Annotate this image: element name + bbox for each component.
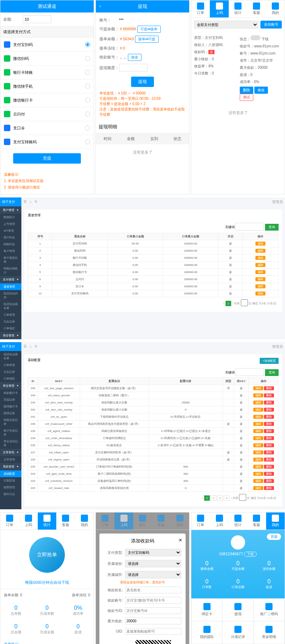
menu-item[interactable]: 通道管理	[0, 283, 21, 290]
edit-button[interactable]: 编辑	[253, 429, 263, 433]
pay-method-item[interactable]: 银行卡转账	[0, 66, 94, 79]
pay-method-item[interactable]: 支付宝转账码	[0, 135, 94, 149]
menu-item[interactable]: 行政区域	[0, 477, 21, 484]
nav-mine[interactable]: 我的	[75, 512, 94, 530]
menu-item[interactable]: 我的团队	[191, 621, 222, 644]
edit-button[interactable]: 编辑	[253, 458, 263, 462]
menu-item[interactable]: API管理	[0, 227, 21, 234]
nav-orders[interactable]: 订单	[191, 0, 210, 17]
pay-method-item[interactable]: 支付宝扫码	[0, 38, 94, 52]
edit-button[interactable]: 编辑	[255, 256, 265, 260]
delete-button[interactable]: 删除	[264, 465, 274, 469]
recharge-button[interactable]: 充值	[267, 534, 281, 540]
amount-input[interactable]	[23, 15, 51, 23]
menu-group[interactable]: 用户管理	[0, 206, 21, 214]
edit-button[interactable]: 编辑	[255, 242, 265, 246]
back-icon[interactable]: ‹	[99, 3, 101, 9]
modify-button[interactable]: 修改	[128, 54, 141, 61]
menu-item[interactable]: 推广二维码	[254, 598, 285, 621]
menu-item[interactable]: 基础配置	[0, 470, 21, 477]
menu-item[interactable]: 提现银行卡	[0, 403, 21, 410]
menu-item[interactable]: 资金流动记录	[0, 438, 21, 449]
accountid-input[interactable]	[125, 607, 181, 614]
home-icon[interactable]: ⌂	[30, 200, 32, 205]
menu-item[interactable]: 用户列表	[0, 234, 21, 241]
pay-method-item[interactable]: 云闪付	[0, 107, 94, 121]
menu-item[interactable]: 收款银行卡	[0, 390, 21, 396]
nav-stats[interactable]: 统计	[38, 512, 56, 530]
edit-button[interactable]: 编辑	[253, 386, 263, 390]
delete-button[interactable]: 删除	[264, 408, 274, 412]
nav-orders[interactable]: 订单	[191, 512, 210, 530]
search-button[interactable]: 查询	[265, 369, 279, 376]
delete-button[interactable]: 删除	[264, 393, 274, 397]
menu-item[interactable]: 提现记录	[0, 410, 21, 417]
menu-group[interactable]: 文章资讯	[0, 449, 21, 456]
keyword-input[interactable]	[235, 368, 264, 376]
menu-toggle-icon[interactable]: ☰	[24, 344, 27, 349]
edit-button[interactable]: 编辑	[253, 408, 263, 412]
province-select[interactable]: 请选择	[125, 560, 181, 567]
menu-group[interactable]: 支付管理	[0, 276, 21, 283]
menu-item[interactable]: 分成记录	[222, 621, 253, 644]
edit-button[interactable]: 编辑	[255, 263, 265, 267]
delete-button[interactable]: 删除	[264, 443, 274, 447]
close-icon[interactable]: ×	[179, 537, 182, 543]
test-button[interactable]: 测试	[240, 94, 253, 101]
menu-item[interactable]: 上号管理	[0, 221, 21, 227]
menu-item[interactable]: 电话短信识别	[0, 290, 21, 301]
nav-stats[interactable]: 统计	[229, 0, 247, 17]
paytype-select[interactable]: 支付宝转账码	[125, 549, 181, 556]
nav-codes[interactable]: 上码	[210, 512, 228, 530]
name-input[interactable]	[125, 587, 181, 593]
nav-codes[interactable]: 上码	[210, 0, 228, 17]
delete-button[interactable]: 删除	[264, 479, 274, 483]
edit-button[interactable]: 编辑	[253, 479, 263, 483]
nav-mine[interactable]: 我的	[266, 512, 285, 530]
menu-item[interactable]: 数据统计	[0, 214, 21, 221]
edit-button[interactable]: 编辑	[255, 249, 265, 253]
delete-button[interactable]: 删除	[264, 429, 274, 433]
menu-item[interactable]: 权限管理	[0, 484, 21, 491]
menu-item[interactable]: 订单地区	[0, 375, 21, 382]
edit-button[interactable]: 编辑	[255, 277, 265, 281]
edit-button[interactable]: 编辑	[253, 436, 263, 440]
menu-item[interactable]: 日志记录	[0, 369, 21, 375]
menu-item[interactable]: 码商比例统计	[0, 265, 21, 276]
edit-button[interactable]: 编辑	[253, 450, 263, 454]
nav-support[interactable]: 客服	[56, 512, 75, 530]
grab-order-button[interactable]: 立即抢单	[29, 537, 65, 573]
menu-group[interactable]: 资金管理	[0, 382, 21, 390]
delete-button[interactable]: 删除	[240, 87, 253, 94]
edit-button[interactable]: 编辑	[253, 443, 263, 447]
add-account-button[interactable]: 添加账号	[260, 21, 282, 29]
account-input[interactable]	[125, 597, 181, 604]
menu-item[interactable]: 商户通道比例	[0, 254, 21, 265]
refresh-icon[interactable]: ↻	[35, 344, 37, 349]
home-icon[interactable]: ⌂	[30, 344, 32, 349]
edit-button[interactable]: 修改	[254, 87, 268, 94]
delete-button[interactable]: 删除	[264, 486, 274, 490]
add-config-button[interactable]: +添加配置	[260, 358, 279, 364]
swap-button[interactable]: 接单⇄可提	[135, 36, 159, 43]
delete-button[interactable]: 删除	[264, 450, 274, 454]
keyword-input[interactable]	[235, 223, 264, 231]
nav-stats[interactable]: 统计	[229, 512, 247, 530]
menu-item[interactable]: 订单地区	[0, 325, 21, 332]
pay-method-item[interactable]: 微信扫码	[0, 52, 94, 66]
edit-button[interactable]: 编辑	[253, 465, 263, 469]
pay-method-item[interactable]: 支口令	[0, 121, 94, 135]
city-select[interactable]: 请选择	[125, 571, 181, 578]
maxrecv-input[interactable]	[125, 618, 181, 624]
menu-item[interactable]: 码商交易记录	[0, 417, 21, 427]
edit-button[interactable]: 编辑	[253, 422, 263, 426]
pay-method-item[interactable]: 微信转手机	[0, 79, 94, 93]
menu-group[interactable]: 资金管理	[0, 332, 21, 339]
admin-label[interactable]: 管理员	[272, 200, 283, 205]
menu-toggle-icon[interactable]: ☰	[24, 200, 27, 205]
nav-support[interactable]: 客服	[247, 512, 266, 530]
menu-item[interactable]: 文章管理	[0, 456, 21, 463]
nav-support[interactable]: 客服	[247, 0, 266, 17]
recharge-button[interactable]: 充值	[13, 153, 81, 164]
offline-badge[interactable]: 下线	[244, 552, 257, 557]
